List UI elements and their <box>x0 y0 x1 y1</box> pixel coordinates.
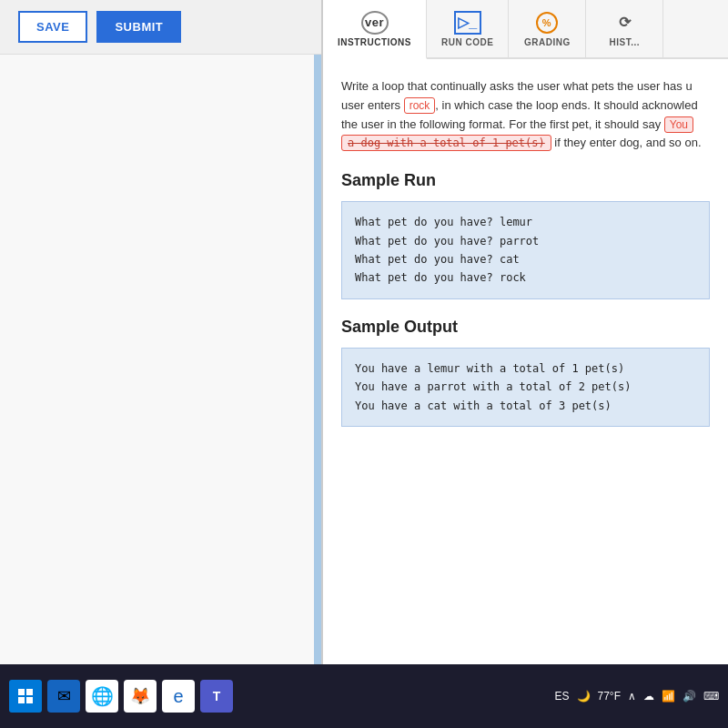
svg-text:%: % <box>542 17 551 28</box>
tab-instructions[interactable]: ver INSTRUCTIONS <box>323 0 427 59</box>
left-panel: SAVE SUBMIT <box>0 0 323 664</box>
tab-instructions-label: INSTRUCTIONS <box>338 37 411 47</box>
save-button[interactable]: SAVE <box>18 11 87 43</box>
volume-icon[interactable]: 🔊 <box>682 690 696 703</box>
submit-button[interactable]: SUBMIT <box>96 11 181 43</box>
svg-rect-3 <box>26 689 33 695</box>
tab-grading-label: GRADING <box>524 37 571 47</box>
ie-icon[interactable]: e <box>162 680 195 713</box>
svg-rect-5 <box>26 697 33 703</box>
tab-bar: ver INSTRUCTIONS ▷_ RUN CODE % GRADING ⟳… <box>323 0 728 59</box>
sample-run-box: What pet do you have? lemur What pet do … <box>341 201 710 299</box>
locale-label: ES <box>555 690 570 703</box>
cloud-icon: ☁ <box>643 690 654 703</box>
sample-run-title: Sample Run <box>341 171 710 190</box>
sample-run-line-2: What pet do you have? parrot <box>355 232 696 250</box>
tab-history-label: HIST... <box>610 37 641 47</box>
code-editor[interactable] <box>0 55 321 664</box>
tab-history[interactable]: ⟳ HIST... <box>586 0 663 57</box>
desc-part-3: , in which case the loop ends. It should… <box>435 98 697 112</box>
temperature-label: 77°F <box>598 690 621 703</box>
taskbar: ✉ 🌐 🦊 e T ES 🌙 77°F ∧ ☁ 📶 🔊 ⌨ <box>0 664 728 728</box>
mail-icon[interactable]: ✉ <box>47 680 80 713</box>
network-icon: 📶 <box>662 690 675 703</box>
sample-run-line-4: What pet do you have? rock <box>355 268 696 287</box>
tab-grading[interactable]: % GRADING <box>509 0 586 57</box>
history-icon: ⟳ <box>611 11 638 35</box>
desc-part-1: Write a loop that continually asks the u… <box>341 79 693 93</box>
sample-output-line-1: You have a lemur with a total of 1 pet(s… <box>355 359 696 378</box>
sample-run-line-1: What pet do you have? lemur <box>355 213 696 231</box>
tab-run-code-label: RUN CODE <box>441 37 493 47</box>
chrome-icon[interactable]: 🌐 <box>86 680 118 713</box>
sample-output-line-3: You have a cat with a total of 3 pet(s) <box>355 397 696 415</box>
sample-output-line-2: You have a parrot with a total of 2 pet(… <box>355 378 696 396</box>
grading-icon: % <box>533 11 561 35</box>
keyboard-icon: ⌨ <box>703 690 719 703</box>
svg-rect-4 <box>18 697 25 703</box>
you-highlight: You <box>664 116 693 133</box>
instructions-description: Write a loop that continually asks the u… <box>341 77 710 153</box>
desc-part-5: if they enter dog, and so on. <box>551 136 702 149</box>
sample-output-box: You have a lemur with a total of 1 pet(s… <box>341 348 710 427</box>
instructions-icon: ver <box>361 11 389 35</box>
teams-icon[interactable]: T <box>200 680 233 713</box>
svg-rect-2 <box>18 689 25 695</box>
rock-highlight: rock <box>404 97 436 114</box>
start-button[interactable] <box>9 680 42 713</box>
right-panel: ver INSTRUCTIONS ▷_ RUN CODE % GRADING ⟳… <box>323 0 728 664</box>
toolbar: SAVE SUBMIT <box>0 0 321 55</box>
sample-output-title: Sample Output <box>341 318 710 337</box>
desc-part-4: the user in the following format. For th… <box>341 117 664 131</box>
instructions-content: Write a loop that continually asks the u… <box>323 59 728 664</box>
run-code-icon: ▷_ <box>454 11 481 35</box>
screen: SAVE SUBMIT ver INSTRUCTIONS ▷_ RUN CODE <box>0 0 728 664</box>
scrollbar[interactable] <box>314 55 321 664</box>
tab-run-code[interactable]: ▷_ RUN CODE <box>427 0 509 57</box>
firefox-icon[interactable]: 🦊 <box>124 680 157 713</box>
desc-part-2: user enters <box>341 98 404 112</box>
taskbar-system-tray: ES 🌙 77°F ∧ ☁ 📶 🔊 ⌨ <box>555 690 720 703</box>
weather-icon: 🌙 <box>577 690 591 703</box>
caret-icon[interactable]: ∧ <box>628 690 636 703</box>
code-highlight: a dog with a total of 1 pet(s) <box>341 135 551 151</box>
sample-run-line-3: What pet do you have? cat <box>355 250 696 268</box>
